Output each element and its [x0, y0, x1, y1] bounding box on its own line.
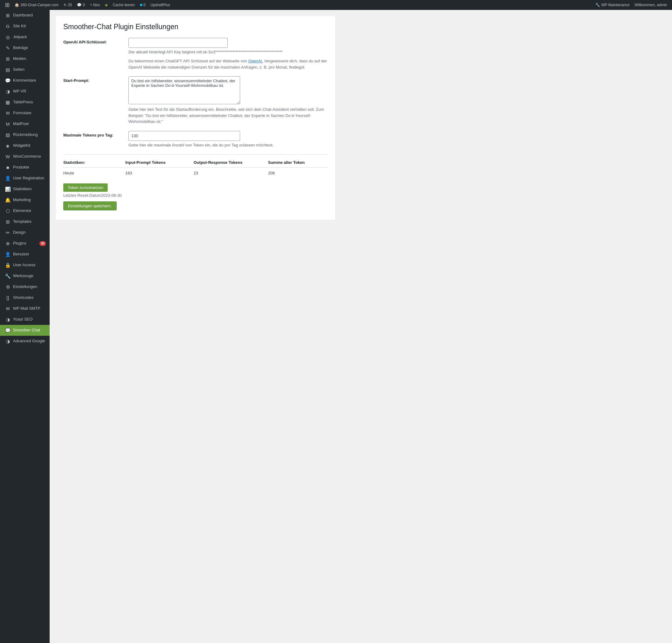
openai-link[interactable]: OpenAI.	[248, 59, 263, 63]
sidebar-label-jetpack: Jetpack	[13, 34, 46, 40]
reset-tokens-button[interactable]: Token zurücksetzen	[63, 183, 108, 192]
sidebar-item-benutzer[interactable]: 👤 Benutzer	[0, 249, 50, 260]
rueckmeldung-icon: ▤	[5, 132, 11, 138]
sidebar-item-werkzeuge[interactable]: 🔧 Werkzeuge	[0, 271, 50, 281]
marketing-icon: 🔔	[5, 197, 11, 203]
reset-date-text: Letztes Reset-Datum2023-06-30	[63, 193, 328, 198]
sidebar-label-formulare: Formulare	[13, 110, 46, 116]
statistiken-icon: 📊	[5, 186, 11, 192]
sidebar-item-wp-mail-smtp[interactable]: ✉ WP Mail SMTP	[0, 303, 50, 314]
sidebar-item-templates[interactable]: ⊞ Templates	[0, 216, 50, 227]
stats-row-label: Heute	[63, 171, 125, 175]
sidebar-item-shortcodes[interactable]: [] Shortcodes	[0, 292, 50, 303]
sidebar-label-advanced-google: Advanced Google	[13, 338, 46, 344]
adminbar-wp-logo[interactable]: ⊞	[2, 0, 12, 10]
stats-col1-header: Input-Prompt Tokens	[125, 160, 194, 165]
sidebar-item-einstellungen[interactable]: ⚙ Einstellungen	[0, 281, 50, 292]
sidebar-item-medien[interactable]: ⊞ Medien	[0, 53, 50, 64]
yoast-seo-icon: ◑	[5, 316, 11, 323]
api-key-row: OpenAI API-Schlüssel: Der aktuell hinter…	[63, 38, 328, 71]
save-settings-button[interactable]: Einstellungen speichern.	[63, 202, 117, 210]
api-key-input[interactable]	[129, 38, 228, 48]
templates-icon: ⊞	[5, 218, 11, 225]
sidebar-item-tablepress[interactable]: ▦ TablePress	[0, 97, 50, 108]
sidebar-item-marketing[interactable]: 🔔 Marketing	[0, 195, 50, 205]
sidebar-item-beitraege[interactable]: ✎ Beiträge	[0, 43, 50, 53]
max-tokens-label: Maximale Tokens pro Tag:	[63, 131, 129, 148]
elementor-icon: ⬡	[5, 208, 11, 214]
updates-icon: ↻	[64, 3, 67, 7]
max-tokens-row: Maximale Tokens pro Tag: Gebe hier die m…	[63, 131, 328, 148]
sidebar-item-design[interactable]: ✏ Design	[0, 227, 50, 238]
wp-vr-icon: ◑	[5, 88, 11, 95]
adminbar-site-name[interactable]: 🏠 360-Grad-Camper.com	[12, 0, 61, 10]
stats-col3-header: Summe aller Token	[268, 160, 305, 165]
sidebar-item-dashboard[interactable]: ⊞ Dashboard	[0, 10, 50, 21]
sidebar-item-rueckmeldung[interactable]: ▤ Rückmeldung	[0, 130, 50, 140]
sidebar-label-yoast-seo: Yoast SEO	[13, 317, 46, 322]
api-key-content: Der aktuell hinterlegt API Key beginnt m…	[129, 38, 328, 71]
sidebar-item-site-kit[interactable]: G Site Kit	[0, 21, 50, 32]
plugins-icon: ⊕	[5, 240, 11, 247]
sidebar-item-smoother-chat[interactable]: 💬 Smoother Chat	[0, 325, 50, 336]
sidebar-item-widgetkit[interactable]: ◈ WidgetKit	[0, 140, 50, 151]
sidebar-item-jetpack[interactable]: ◎ Jetpack	[0, 32, 50, 43]
adminbar-notifications[interactable]: 0	[137, 0, 148, 10]
einstellungen-icon: ⚙	[5, 284, 11, 290]
sidebar-item-user-registration[interactable]: 👤 User Registration	[0, 173, 50, 184]
sidebar-item-produkte[interactable]: ■ Produkte	[0, 162, 50, 173]
adminbar-comments[interactable]: 💬 0	[74, 0, 87, 10]
sidebar-item-yoast-seo[interactable]: ◑ Yoast SEO	[0, 314, 50, 325]
sidebar-item-plugins[interactable]: ⊕ Plugins 30	[0, 238, 50, 249]
sidebar-item-kommentare[interactable]: 💬 Kommentare	[0, 75, 50, 86]
site-kit-icon: G	[5, 23, 11, 29]
sidebar-item-wp-vr[interactable]: ◑ WP VR	[0, 86, 50, 97]
sidebar-label-rueckmeldung: Rückmeldung	[13, 132, 46, 137]
widgetkit-icon: ◈	[5, 143, 11, 149]
adminbar-maintenance[interactable]: 🔧 WP Maintenance	[593, 0, 632, 10]
sidebar-label-templates: Templates	[13, 219, 46, 225]
stats-row-output: 23	[194, 171, 268, 175]
adminbar-vault-icon[interactable]: ◈	[102, 0, 110, 10]
adminbar-updraftplus[interactable]: UpdraftPlus	[148, 0, 172, 10]
stats-label: Statistiken:	[63, 160, 125, 165]
sidebar-label-werkzeuge: Werkzeuge	[13, 273, 46, 279]
save-section: Einstellungen speichern.	[63, 198, 328, 210]
sidebar-label-woocommerce: WooCommerce	[13, 154, 46, 159]
sidebar-label-shortcodes: Shortcodes	[13, 295, 46, 300]
sidebar-label-widgetkit: WidgetKit	[13, 143, 46, 148]
wp-mail-smtp-icon: ✉	[5, 305, 11, 312]
start-prompt-input[interactable]	[129, 76, 240, 104]
sidebar-item-woocommerce[interactable]: W WooCommerce	[0, 151, 50, 162]
sidebar-label-benutzer: Benutzer	[13, 251, 46, 257]
sidebar-label-marketing: Marketing	[13, 197, 46, 203]
site-icon: 🏠	[15, 3, 19, 7]
beitraege-icon: ✎	[5, 45, 11, 51]
design-icon: ✏	[5, 229, 11, 236]
api-key-label: OpenAI API-Schlüssel:	[63, 38, 129, 71]
max-tokens-input[interactable]	[129, 131, 240, 141]
sidebar-item-seiten[interactable]: ▤ Seiten	[0, 64, 50, 75]
adminbar-updates[interactable]: ↻ 35	[61, 0, 74, 10]
sidebar-item-advanced-google[interactable]: ◑ Advanced Google	[0, 336, 50, 347]
produkte-icon: ■	[5, 164, 11, 171]
sidebar-item-user-access[interactable]: 🔒 User Access	[0, 260, 50, 271]
sidebar-label-smoother-chat: Smoother Chat	[13, 327, 46, 333]
sidebar-label-medien: Medien	[13, 56, 46, 61]
user-registration-icon: 👤	[5, 175, 11, 182]
stats-header-row: Statistiken: Input-Prompt Tokens Output-…	[63, 158, 328, 168]
adminbar-new[interactable]: + Neu	[87, 0, 102, 10]
sidebar-item-elementor[interactable]: ⬡ Elementor	[0, 205, 50, 216]
vault-icon: ◈	[105, 3, 108, 7]
adminbar-welcome[interactable]: Willkommen, admin	[632, 0, 670, 10]
start-prompt-hint: Gebe hier den Text für die Startaufforde…	[129, 107, 328, 125]
woocommerce-icon: W	[5, 153, 11, 160]
adminbar-cache[interactable]: Cache leeren	[110, 0, 137, 10]
sidebar-item-mailpoet[interactable]: M MailPoet	[0, 119, 50, 130]
start-prompt-row: Start-Prompt: Gebe hier den Text für die…	[63, 76, 328, 125]
medien-icon: ⊞	[5, 56, 11, 62]
badge-plugins: 30	[39, 241, 46, 246]
sidebar-label-seiten: Seiten	[13, 67, 46, 72]
sidebar-item-statistiken[interactable]: 📊 Statistiken	[0, 184, 50, 195]
sidebar-item-formulare[interactable]: ✉ Formulare	[0, 108, 50, 119]
